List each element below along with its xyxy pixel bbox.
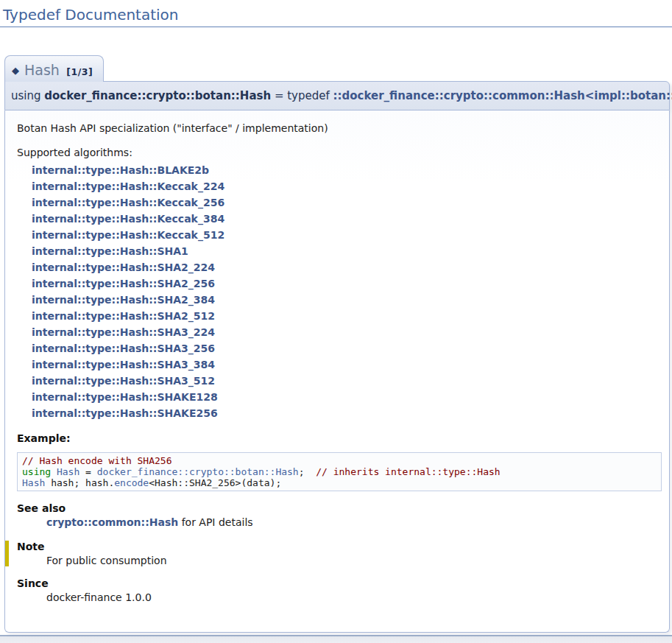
member-tab-hash[interactable]: ◆Hash [1/3] xyxy=(4,55,104,82)
see-also-text: for API details xyxy=(178,516,252,528)
algorithm-link[interactable]: internal::type::Hash::Keccak_256 xyxy=(32,194,662,211)
code-link-hash[interactable]: Hash xyxy=(57,466,79,477)
note-label: Note xyxy=(17,541,662,552)
proto-target-type-link[interactable]: ::docker_finance::crypto::common::Hash<i… xyxy=(333,89,672,102)
algorithm-link[interactable]: internal::type::Hash::SHA2_512 xyxy=(32,308,662,324)
see-also-link[interactable]: crypto::common::Hash xyxy=(46,516,178,528)
since-section: Since docker-finance 1.0.0 xyxy=(17,577,662,603)
algorithm-link[interactable]: internal::type::Hash::SHAKE256 xyxy=(32,405,662,421)
note-section: Note For public consumption xyxy=(5,541,662,566)
example-section: Example: // Hash encode with SHA256 usin… xyxy=(17,432,662,491)
proto-typedef-name: docker_finance::crypto::botan::Hash xyxy=(44,89,271,102)
algorithm-link[interactable]: internal::type::Hash::SHA2_224 xyxy=(32,259,662,275)
code-line-2: using Hash = docker_finance::crypto::bot… xyxy=(22,466,657,477)
member-name: Hash xyxy=(24,62,60,78)
footer-divider xyxy=(0,635,672,643)
algorithm-link[interactable]: internal::type::Hash::SHA3_224 xyxy=(32,324,662,340)
code-link-hash-type[interactable]: Hash xyxy=(22,477,45,488)
algorithm-link[interactable]: internal::type::Hash::SHA1 xyxy=(32,243,662,259)
since-label: Since xyxy=(17,577,662,589)
algorithm-link[interactable]: internal::type::Hash::SHAKE128 xyxy=(32,389,662,405)
algorithm-link[interactable]: internal::type::Hash::Keccak_224 xyxy=(32,178,662,194)
member-item: using docker_finance::crypto::botan::Has… xyxy=(4,81,670,633)
algorithm-link[interactable]: internal::type::Hash::Keccak_512 xyxy=(32,227,662,243)
member-overload-index: [1/3] xyxy=(66,66,93,77)
code-link-botan-hash[interactable]: docker_finance::crypto::botan::Hash xyxy=(97,466,299,477)
see-also-label: See also xyxy=(17,502,662,514)
algorithm-link[interactable]: internal::type::Hash::Keccak_384 xyxy=(32,211,662,227)
code-line-1: // Hash encode with SHA256 xyxy=(22,455,657,466)
member-documentation: Botan Hash API specialization ("interfac… xyxy=(4,110,670,633)
proto-equals-typedef: = typedef xyxy=(271,89,333,102)
example-label: Example: xyxy=(17,432,662,444)
member-prototype: using docker_finance::crypto::botan::Has… xyxy=(4,81,670,110)
algorithm-link[interactable]: internal::type::Hash::SHA2_256 xyxy=(32,275,662,292)
code-block: // Hash encode with SHA256 using Hash = … xyxy=(17,452,662,491)
supported-algorithms-label: Supported algorithms: xyxy=(17,147,662,158)
algorithm-link-list: internal::type::Hash::BLAKE2binternal::t… xyxy=(32,162,662,421)
brief-description: Botan Hash API specialization ("interfac… xyxy=(17,122,662,134)
see-also-section: See also crypto::common::Hash for API de… xyxy=(17,502,662,528)
code-link-encode[interactable]: encode xyxy=(114,477,149,488)
algorithm-link[interactable]: internal::type::Hash::SHA3_512 xyxy=(32,373,662,389)
page-title: Typedef Documentation xyxy=(0,0,672,27)
permalink-diamond-icon[interactable]: ◆ xyxy=(12,65,19,76)
algorithm-link[interactable]: internal::type::Hash::SHA3_384 xyxy=(32,356,662,373)
proto-using-keyword: using xyxy=(11,89,44,102)
since-text: docker-finance 1.0.0 xyxy=(46,591,662,603)
algorithm-link[interactable]: internal::type::Hash::BLAKE2b xyxy=(32,162,662,178)
algorithm-link[interactable]: internal::type::Hash::SHA2_384 xyxy=(32,292,662,308)
code-line-3: Hash hash; hash.encode<Hash::SHA2_256>(d… xyxy=(22,477,657,488)
note-text: For public consumption xyxy=(46,555,662,566)
algorithm-link[interactable]: internal::type::Hash::SHA3_256 xyxy=(32,340,662,356)
